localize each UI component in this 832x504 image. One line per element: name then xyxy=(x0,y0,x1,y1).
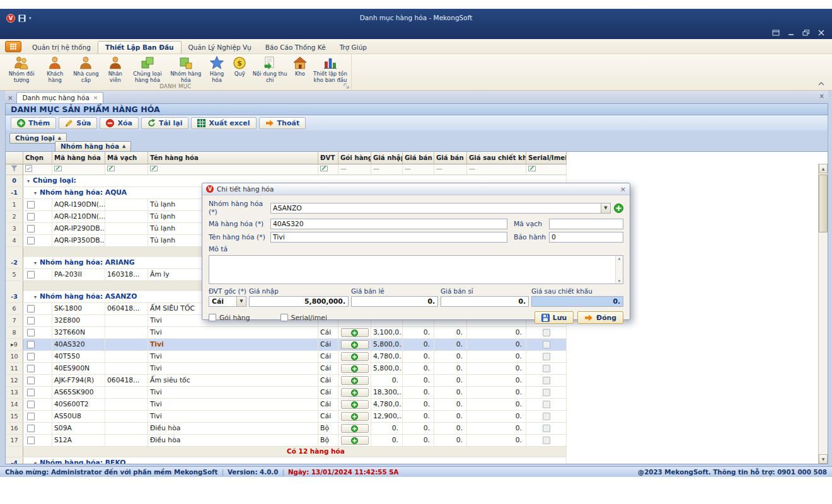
table-row[interactable]: ▸940AS320TiviCái5,800,0...0.0.0. xyxy=(6,339,567,351)
ribbon-button-nhom-oi-tuong[interactable]: Nhóm đối tượng xyxy=(3,55,40,84)
application-menu-button[interactable] xyxy=(5,41,21,52)
product-group-combobox[interactable]: ASANZO ▼ xyxy=(270,203,611,214)
chevron-down-icon[interactable]: ▼ xyxy=(236,297,246,306)
row-checkbox[interactable] xyxy=(27,341,35,348)
scroll-up-icon[interactable]: ▲ xyxy=(819,164,828,173)
toolbar-button-sua[interactable]: Sửa xyxy=(59,117,97,129)
save-button[interactable]: Lưu xyxy=(534,311,574,324)
ribbon-button-thiet-lap-ton-kho-ban-au[interactable]: Thiết lập tồn kho ban đầu xyxy=(311,55,350,84)
ribbon-tab-tro-giup[interactable]: Trợ Giúp xyxy=(333,42,374,54)
column-header-ma-hang-hoa[interactable]: Mã hàng hóa xyxy=(52,152,105,164)
filter-cell[interactable]: — xyxy=(403,164,434,175)
table-row[interactable]: 17S12AĐiều hòaBộ0.0.0.0. xyxy=(6,435,567,447)
funnel-icon[interactable] xyxy=(6,164,23,175)
row-checkbox[interactable] xyxy=(27,401,35,408)
row-checkbox[interactable] xyxy=(27,425,35,432)
package-add-button[interactable] xyxy=(341,412,369,421)
ribbon-tab-quan-tri-he-thong[interactable]: Quản trị hệ thống xyxy=(25,42,98,54)
ribbon-button-noi-dung-thu-chi[interactable]: Nội dung thu chi xyxy=(250,55,289,84)
collapse-caret-icon[interactable]: ▾ xyxy=(34,190,37,196)
row-checkbox[interactable] xyxy=(27,237,35,244)
column-header-gia-ban-si[interactable]: Giá bán sỉ xyxy=(434,152,467,164)
package-add-button[interactable] xyxy=(341,328,369,337)
row-checkbox[interactable] xyxy=(27,389,35,396)
ribbon-button-kho[interactable]: Kho xyxy=(289,55,311,78)
filter-cell[interactable]: — xyxy=(338,164,371,175)
row-checkbox[interactable] xyxy=(27,377,35,384)
row-checkbox[interactable] xyxy=(27,213,35,220)
package-add-button[interactable] xyxy=(341,352,369,361)
ribbon-button-chung-loai-hang-hoa[interactable]: Chủng loại hàng hóa xyxy=(128,55,167,84)
tabstrip-close-icon[interactable]: × xyxy=(819,93,824,100)
ribbon-button-nhom-hang-hoa[interactable]: Nhóm hàng hóa xyxy=(167,55,205,84)
edit-filter-icon[interactable] xyxy=(526,164,567,175)
product-name-input[interactable]: Tivi xyxy=(270,232,507,243)
table-row[interactable]: 1440S600T2TiviCái4,780,0...0.0.0. xyxy=(6,399,567,411)
toolbar-button-xuat-excel[interactable]: Xuất excel xyxy=(191,117,256,129)
ribbon-button-nha-cung-cap[interactable]: Nhà cung cấp xyxy=(69,55,102,84)
package-checkbox[interactable] xyxy=(209,314,216,321)
serial-checkbox[interactable] xyxy=(543,413,550,420)
ribbon-tab-thiet-lap-ban-au[interactable]: Thiết Lập Ban Đầu xyxy=(98,41,182,54)
add-product-group-button[interactable] xyxy=(614,203,623,213)
ribbon-collapse-icon[interactable] xyxy=(818,81,824,86)
window-options-icon[interactable] xyxy=(771,29,780,37)
product-code-input[interactable]: 40AS320 xyxy=(270,219,507,229)
row-checkbox[interactable] xyxy=(27,271,35,278)
wholesale-price-input[interactable]: 0. xyxy=(441,296,529,307)
dialog-titlebar[interactable]: V Chi tiết hàng hóa × xyxy=(202,183,630,195)
window-restore-icon[interactable] xyxy=(802,29,811,37)
column-header-vt[interactable]: ĐVT xyxy=(318,152,338,164)
edit-filter-icon[interactable] xyxy=(52,164,105,175)
ribbon-button-hang-hoa[interactable]: Hàng hóa xyxy=(205,55,229,84)
collapse-caret-icon[interactable]: ▾ xyxy=(34,260,37,266)
scrollbar-thumb[interactable] xyxy=(819,175,828,232)
serial-checkbox[interactable] xyxy=(543,353,550,360)
column-header-gia-ban-le[interactable]: Giá bán lẻ xyxy=(403,152,434,164)
package-add-button[interactable] xyxy=(341,340,369,349)
column-header-chon[interactable]: Chọn xyxy=(23,152,52,164)
window-minimize-icon[interactable] xyxy=(787,29,795,37)
column-header-ma-vach[interactable]: Mã vạch xyxy=(105,152,148,164)
row-checkbox[interactable] xyxy=(27,317,35,324)
collapse-caret-icon[interactable]: ▾ xyxy=(34,294,37,300)
ribbon-tab-bao-cao-thong-ke[interactable]: Báo Cáo Thống Kê xyxy=(258,42,333,54)
scroll-down-icon[interactable]: ▼ xyxy=(616,279,623,283)
table-row[interactable]: 16S09AĐiều hòaBộ0.0.0.0. xyxy=(6,423,567,435)
package-add-button[interactable] xyxy=(341,364,369,373)
package-add-button[interactable] xyxy=(341,424,369,433)
ribbon-tab-quan-ly-nghiep-vu[interactable]: Quản Lý Nghiệp Vụ xyxy=(182,42,258,54)
unit-combobox[interactable]: Cái ▼ xyxy=(209,296,246,307)
retail-price-input[interactable]: 0. xyxy=(351,296,438,307)
document-tab-danh-muc-hang-hoa[interactable]: Danh mục hàng hóa × xyxy=(16,92,103,103)
edit-filter-icon[interactable] xyxy=(148,164,318,175)
group-chip-nhom-hang-hoa[interactable]: Nhóm hàng hóa▲ xyxy=(55,141,131,152)
table-row[interactable]: 13AS65SK900TiviCái18,300,...0.0.0. xyxy=(6,387,567,399)
filter-cell[interactable]: — xyxy=(467,164,526,175)
window-close-icon[interactable] xyxy=(817,29,826,37)
serial-checkbox[interactable] xyxy=(543,365,550,372)
dialog-launcher-icon[interactable] xyxy=(344,83,349,89)
row-checkbox[interactable] xyxy=(27,201,35,209)
chevron-down-icon[interactable]: ▼ xyxy=(601,203,610,213)
row-checkbox[interactable] xyxy=(27,305,35,312)
serial-checkbox[interactable] xyxy=(543,377,550,384)
barcode-input[interactable] xyxy=(549,219,623,229)
table-row[interactable]: 832T660NTiviCái3,100,0...0.0.0. xyxy=(6,327,567,339)
toolbar-button-thoat[interactable]: Thoát xyxy=(259,117,306,129)
package-add-button[interactable] xyxy=(341,388,369,397)
column-header-ten-hang-hoa[interactable]: Tên hàng hóa xyxy=(148,152,318,164)
serial-checkbox[interactable] xyxy=(543,341,550,348)
row-checkbox[interactable] xyxy=(27,437,35,444)
row-checkbox[interactable] xyxy=(27,225,35,232)
row-checkbox[interactable] xyxy=(27,365,35,372)
scroll-up-icon[interactable]: ▲ xyxy=(616,256,623,260)
column-header-gia-nhap[interactable]: Giá nhập xyxy=(371,152,403,164)
collapse-caret-icon[interactable]: ▾ xyxy=(34,461,37,464)
tab-close-icon[interactable]: × xyxy=(93,94,98,101)
ribbon-button-khach-hang[interactable]: Khách hàng xyxy=(40,55,69,84)
package-add-button[interactable] xyxy=(341,376,369,385)
toolbar-button-tai-lai[interactable]: Tải lại xyxy=(141,117,189,129)
textarea-scrollbar[interactable]: ▲▼ xyxy=(615,256,623,284)
dialog-close-icon[interactable]: × xyxy=(620,185,626,193)
